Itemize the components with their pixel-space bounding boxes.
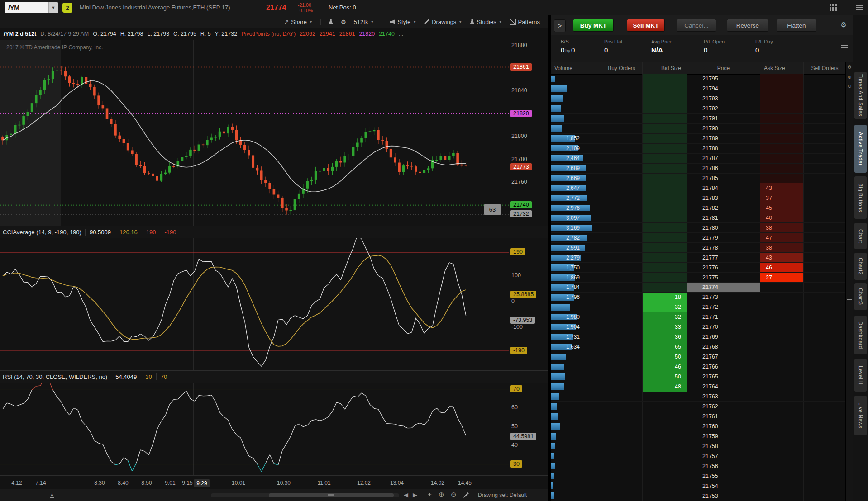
- ask-size-cell[interactable]: [760, 164, 803, 173]
- buy-orders-cell[interactable]: [601, 114, 642, 123]
- ask-size-cell[interactable]: [760, 124, 803, 133]
- bid-size-cell[interactable]: 50: [642, 372, 687, 382]
- buy-orders-cell[interactable]: [601, 411, 642, 421]
- bid-size-cell[interactable]: [642, 124, 687, 133]
- bid-size-cell[interactable]: [642, 411, 687, 421]
- bid-size-cell[interactable]: 46: [642, 362, 687, 372]
- quick-study-button[interactable]: [329, 19, 333, 24]
- sell-orders-cell[interactable]: [803, 481, 846, 491]
- bid-size-cell[interactable]: 33: [642, 322, 687, 332]
- bid-size-cell[interactable]: [642, 441, 687, 451]
- sell-orders-cell[interactable]: [803, 144, 846, 153]
- ask-size-cell[interactable]: [760, 421, 803, 431]
- ask-size-cell[interactable]: [760, 84, 803, 94]
- sell-orders-cell[interactable]: [803, 332, 846, 342]
- sell-orders-cell[interactable]: [803, 233, 846, 242]
- side-tab-chart[interactable]: Chart: [854, 223, 867, 249]
- sell-orders-cell[interactable]: [803, 223, 846, 232]
- buy-orders-cell[interactable]: [601, 74, 642, 84]
- sell-orders-cell[interactable]: [803, 382, 846, 392]
- buy-orders-cell[interactable]: [601, 263, 642, 272]
- buy-orders-cell[interactable]: [601, 253, 642, 262]
- buy-orders-cell[interactable]: [601, 441, 642, 451]
- bid-size-cell[interactable]: 36: [642, 332, 687, 342]
- bid-size-cell[interactable]: [642, 213, 687, 222]
- bid-size-cell[interactable]: [642, 392, 687, 402]
- ask-size-cell[interactable]: [760, 94, 803, 104]
- bid-size-cell[interactable]: [642, 283, 687, 292]
- buy-orders-cell[interactable]: [601, 94, 642, 104]
- buy-orders-cell[interactable]: [601, 372, 642, 382]
- side-tab-big-buttons[interactable]: Big Buttons: [854, 176, 867, 219]
- sell-orders-cell[interactable]: [803, 253, 846, 262]
- ask-size-cell[interactable]: [760, 362, 803, 372]
- interval-dropdown[interactable]: 512tk ▼: [354, 19, 374, 25]
- ask-size-cell[interactable]: 37: [760, 193, 803, 203]
- drawing-tool-icon[interactable]: [463, 492, 469, 498]
- bid-size-cell[interactable]: [642, 84, 687, 94]
- buy-orders-cell[interactable]: [601, 382, 642, 392]
- buy-orders-cell[interactable]: [601, 84, 642, 94]
- sell-orders-cell[interactable]: [803, 94, 846, 104]
- side-tab-chart2[interactable]: Chart2: [854, 253, 867, 280]
- bid-size-cell[interactable]: [642, 233, 687, 242]
- buy-orders-cell[interactable]: [601, 134, 642, 143]
- bid-size-cell[interactable]: [642, 164, 687, 173]
- pan-left-icon[interactable]: ◀: [404, 492, 408, 498]
- bid-size-cell[interactable]: 18: [642, 293, 687, 302]
- chart-scrollbar-thumb[interactable]: [269, 493, 394, 497]
- ask-size-cell[interactable]: [760, 283, 803, 292]
- bid-size-cell[interactable]: 32: [642, 312, 687, 322]
- side-tab-level-ii[interactable]: Level II: [854, 359, 867, 392]
- bid-size-cell[interactable]: [642, 193, 687, 203]
- bid-size-cell[interactable]: 32: [642, 302, 687, 312]
- buy-orders-cell[interactable]: [601, 322, 642, 332]
- buy-orders-cell[interactable]: [601, 223, 642, 232]
- ask-size-cell[interactable]: [760, 481, 803, 491]
- drawings-menu[interactable]: Drawings ▼: [424, 19, 462, 25]
- bid-size-cell[interactable]: [642, 114, 687, 123]
- symbol-dropdown-arrow-icon[interactable]: ▼: [48, 2, 58, 13]
- cci-chart-canvas[interactable]: [0, 238, 509, 370]
- zoom-in-icon[interactable]: ⊕: [439, 491, 444, 499]
- bid-size-cell[interactable]: 50: [642, 352, 687, 362]
- buy-orders-cell[interactable]: [601, 283, 642, 292]
- side-tab-live-news[interactable]: Live News: [854, 396, 867, 435]
- sell-orders-cell[interactable]: [803, 312, 846, 322]
- crosshair-icon[interactable]: +: [428, 491, 432, 498]
- cancel-button[interactable]: Cancel...: [677, 19, 716, 32]
- ask-size-cell[interactable]: [760, 382, 803, 392]
- buy-orders-cell[interactable]: [601, 362, 642, 372]
- buy-orders-cell[interactable]: [601, 164, 642, 173]
- bid-size-cell[interactable]: [642, 144, 687, 153]
- bid-size-cell[interactable]: [642, 263, 687, 272]
- buy-orders-cell[interactable]: [601, 461, 642, 471]
- chart-scrollbar[interactable]: [211, 493, 399, 497]
- sell-orders-cell[interactable]: [803, 104, 846, 113]
- sell-orders-cell[interactable]: [803, 362, 846, 372]
- ladder-center-icon[interactable]: [847, 299, 852, 300]
- rsi-chart-canvas[interactable]: [0, 383, 509, 475]
- share-button[interactable]: ↗ Share ▼: [284, 19, 313, 25]
- sell-orders-cell[interactable]: [803, 273, 846, 282]
- side-tab-times-and-sales[interactable]: Times And Sales: [854, 72, 867, 119]
- sell-orders-cell[interactable]: [803, 471, 846, 481]
- buy-orders-cell[interactable]: [601, 431, 642, 441]
- side-tab-dashboard[interactable]: Dashboard: [854, 316, 867, 354]
- ask-size-cell[interactable]: [760, 293, 803, 302]
- bid-size-cell[interactable]: [642, 74, 687, 84]
- ladder-zoom-out-icon[interactable]: ⊖: [846, 83, 853, 89]
- bid-size-cell[interactable]: [642, 174, 687, 183]
- cci-axis[interactable]: 1000-10019025.8685-73.953-190: [509, 238, 548, 370]
- buy-orders-cell[interactable]: [601, 213, 642, 222]
- sell-orders-cell[interactable]: [803, 243, 846, 252]
- sell-orders-cell[interactable]: [803, 402, 846, 411]
- buy-orders-cell[interactable]: [601, 471, 642, 481]
- ask-size-cell[interactable]: [760, 74, 803, 84]
- bid-size-cell[interactable]: [642, 94, 687, 104]
- patterns-menu[interactable]: Patterns: [510, 19, 540, 25]
- ask-size-cell[interactable]: [760, 392, 803, 402]
- sell-orders-cell[interactable]: [803, 293, 846, 302]
- ask-size-cell[interactable]: [760, 471, 803, 481]
- buy-orders-cell[interactable]: [601, 352, 642, 362]
